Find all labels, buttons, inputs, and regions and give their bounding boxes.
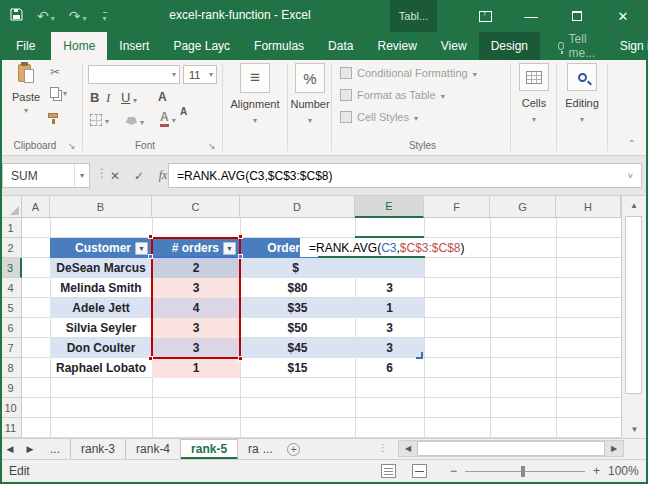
maximize-button[interactable] bbox=[554, 0, 600, 32]
copy-button[interactable] bbox=[50, 86, 67, 98]
column-header-a[interactable]: A bbox=[22, 196, 50, 218]
new-sheet-button[interactable]: + bbox=[283, 439, 305, 459]
cell-e4[interactable]: 3 bbox=[355, 278, 424, 298]
cell-d4[interactable]: $80 bbox=[240, 278, 355, 298]
table-resize-handle[interactable] bbox=[416, 352, 423, 359]
row-header-2[interactable]: 2 bbox=[0, 238, 22, 258]
close-button[interactable]: ✕ bbox=[600, 0, 646, 32]
scroll-right-icon[interactable]: ▶ bbox=[605, 444, 623, 453]
sheet-next-icon[interactable]: ▶ bbox=[20, 439, 40, 459]
ribbon-display-options-button[interactable] bbox=[462, 0, 508, 32]
row-header-11[interactable]: 11 bbox=[0, 418, 22, 438]
tell-me-box[interactable]: Tell me... bbox=[550, 32, 606, 60]
font-size-combo[interactable]: 11▾ bbox=[183, 65, 217, 84]
customize-qat-button[interactable]: ▾ bbox=[101, 7, 107, 25]
chevron-down-icon[interactable]: ▾ bbox=[74, 164, 89, 187]
sign-in-button[interactable]: Sign in bbox=[606, 32, 648, 60]
cell-b6[interactable]: Silvia Seyler bbox=[50, 318, 152, 338]
filter-dropdown-icon[interactable]: ▼ bbox=[135, 242, 148, 255]
format-as-table-button[interactable]: Format as Table bbox=[340, 89, 445, 101]
zoom-out-icon[interactable]: − bbox=[450, 464, 457, 478]
column-header-f[interactable]: F bbox=[424, 196, 490, 218]
tab-home[interactable]: Home bbox=[51, 32, 107, 60]
cell-d6[interactable]: $50 bbox=[240, 318, 355, 338]
range-handle[interactable] bbox=[148, 356, 153, 361]
row-header-7[interactable]: 7 bbox=[0, 338, 22, 358]
zoom-level[interactable]: 100% bbox=[608, 464, 639, 478]
cell-e5[interactable]: 1 bbox=[355, 298, 424, 318]
tab-view[interactable]: View bbox=[429, 32, 479, 60]
tab-file[interactable]: File bbox=[0, 32, 51, 60]
editing-group-button[interactable]: Editing bbox=[559, 63, 605, 124]
header-customer[interactable]: Customer▼ bbox=[50, 238, 152, 258]
row-header-10[interactable]: 10 bbox=[0, 398, 22, 418]
cell-e7[interactable]: 3 bbox=[355, 338, 424, 358]
table-tools-contextual-tab[interactable]: Tabl... bbox=[390, 0, 437, 32]
zoom-slider[interactable] bbox=[465, 471, 585, 472]
paste-button[interactable]: Paste bbox=[6, 64, 46, 130]
page-layout-view-icon[interactable] bbox=[381, 464, 396, 478]
cell-d3[interactable]: $ bbox=[240, 258, 355, 278]
clipboard-dialog-launcher-icon[interactable]: ↘ bbox=[68, 141, 76, 151]
cell-c8[interactable]: 1 bbox=[152, 358, 240, 378]
zoom-in-icon[interactable]: + bbox=[593, 464, 600, 478]
scroll-up-icon[interactable]: ▲ bbox=[622, 196, 646, 214]
cell-b3[interactable]: DeSean Marcus bbox=[50, 258, 152, 278]
select-all-button[interactable] bbox=[0, 196, 22, 218]
cells-group-button[interactable]: Cells bbox=[513, 63, 555, 124]
row-header-6[interactable]: 6 bbox=[0, 318, 22, 338]
tab-page-layout[interactable]: Page Layc bbox=[161, 32, 242, 60]
conditional-formatting-button[interactable]: Conditional Formatting bbox=[340, 67, 477, 79]
tab-data[interactable]: Data bbox=[316, 32, 365, 60]
number-group-button[interactable]: % Number bbox=[289, 63, 331, 125]
scrollbar-resize-handle[interactable]: ⋮ bbox=[378, 442, 388, 453]
font-name-combo[interactable]: ▾ bbox=[88, 65, 180, 84]
cell-d5[interactable]: $35 bbox=[240, 298, 355, 318]
range-handle[interactable] bbox=[238, 356, 243, 361]
zoom-slider-thumb[interactable] bbox=[521, 466, 525, 477]
column-header-e[interactable]: E bbox=[355, 196, 424, 218]
fill-color-button[interactable] bbox=[126, 115, 144, 127]
borders-button[interactable] bbox=[90, 114, 109, 126]
scroll-down-icon[interactable]: ▼ bbox=[622, 420, 647, 438]
cell-e8[interactable]: 6 bbox=[355, 358, 424, 378]
cell-b8[interactable]: Raphael Lobato bbox=[50, 358, 152, 378]
sheet-tab-overflow-left[interactable]: ... bbox=[40, 439, 71, 459]
expand-formula-bar-icon[interactable]: ˅ bbox=[628, 171, 641, 181]
column-header-b[interactable]: B bbox=[50, 196, 152, 218]
enter-button[interactable]: ✓ bbox=[128, 169, 150, 183]
column-header-c[interactable]: C bbox=[152, 196, 240, 218]
vertical-scrollbar[interactable]: ▲ ▼ bbox=[621, 196, 646, 438]
alignment-group-button[interactable]: ≡ Alignment bbox=[226, 63, 284, 125]
collapse-ribbon-icon[interactable]: ⌃ bbox=[628, 138, 636, 149]
range-handle[interactable] bbox=[238, 234, 243, 239]
horizontal-scrollbar[interactable]: ◀ ▶ bbox=[398, 440, 624, 457]
cell-reference-handle[interactable] bbox=[148, 254, 153, 259]
cell-b7[interactable]: Don Coulter bbox=[50, 338, 152, 358]
cancel-button[interactable]: ✕ bbox=[104, 169, 126, 183]
row-header-8[interactable]: 8 bbox=[0, 358, 22, 378]
minimize-button[interactable]: — bbox=[508, 0, 554, 32]
name-box[interactable]: SUM▾ bbox=[2, 163, 90, 188]
row-header-3[interactable]: 3 bbox=[0, 258, 22, 278]
sheet-tab-rank-5[interactable]: rank-5 bbox=[181, 439, 238, 459]
in-cell-editor[interactable]: =RANK.AVG(C3,$C$3:$C$8) bbox=[300, 238, 425, 257]
column-header-h[interactable]: H bbox=[556, 196, 621, 218]
column-header-d[interactable]: D bbox=[240, 196, 355, 218]
scroll-left-icon[interactable]: ◀ bbox=[399, 444, 417, 453]
undo-button[interactable]: ↶▾ bbox=[37, 7, 55, 25]
row-header-4[interactable]: 4 bbox=[0, 278, 22, 298]
sheet-tab-rank-4[interactable]: rank-4 bbox=[126, 439, 181, 459]
underline-dropdown[interactable] bbox=[133, 93, 137, 105]
redo-button[interactable]: ↷▾ bbox=[69, 7, 87, 25]
sheet-tab-overflow-right[interactable]: ... bbox=[261, 439, 283, 459]
paste-dropdown[interactable] bbox=[6, 103, 46, 115]
row-header-5[interactable]: 5 bbox=[0, 298, 22, 318]
sheet-tab-rank-3[interactable]: rank-3 bbox=[71, 439, 126, 459]
font-color-button[interactable]: A bbox=[160, 111, 176, 127]
cell-b5[interactable]: Adele Jett bbox=[50, 298, 152, 318]
row-header-1[interactable]: 1 bbox=[0, 218, 22, 238]
bold-button[interactable]: B bbox=[90, 90, 99, 105]
underline-button[interactable]: U bbox=[121, 90, 130, 105]
cell-d7[interactable]: $45 bbox=[240, 338, 355, 358]
